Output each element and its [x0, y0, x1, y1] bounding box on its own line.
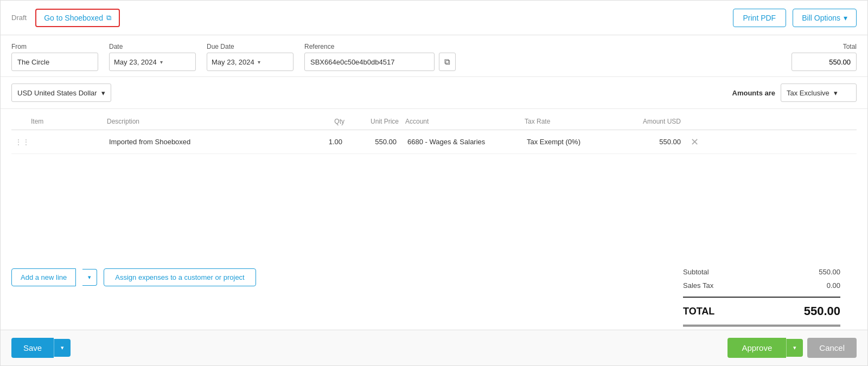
top-bar: Draft Go to Shoeboxed ⧉ Print PDF Bill O…: [1, 1, 867, 35]
bottom-actions: Approve ▾ Cancel: [727, 338, 857, 358]
due-date-chevron-icon: ▾: [258, 59, 260, 65]
col-unit-price-header: Unit Price: [348, 118, 402, 125]
currency-select[interactable]: USD United States Dollar ▾: [11, 84, 111, 102]
from-label: From: [11, 43, 98, 50]
remove-cell: ✕: [684, 136, 700, 148]
add-line-dropdown-icon: ▾: [88, 274, 91, 280]
amounts-are-label: Amounts are: [732, 89, 775, 97]
copy-icon: ⧉: [444, 57, 450, 67]
total-label: Total: [843, 43, 857, 50]
col-remove-header: [684, 118, 700, 125]
draft-label: Draft: [11, 14, 27, 22]
save-dropdown-icon: ▾: [61, 344, 64, 351]
add-line-dropdown-button[interactable]: ▾: [82, 269, 97, 286]
approve-dropdown-button[interactable]: ▾: [786, 339, 803, 357]
reference-input[interactable]: [304, 53, 435, 71]
date-picker[interactable]: May 23, 2024 ▾: [109, 53, 196, 71]
date-value: May 23, 2024: [114, 58, 157, 66]
col-account-header: Account: [402, 118, 521, 125]
subtotal-value: 550.00: [819, 268, 840, 276]
item-input[interactable]: [31, 136, 100, 148]
col-qty-header: Qty: [304, 118, 348, 125]
due-date-picker[interactable]: May 23, 2024 ▾: [207, 53, 293, 71]
amount-value: 550.00: [659, 138, 681, 146]
account-cell: [402, 136, 521, 148]
date-field: Date May 23, 2024 ▾: [109, 43, 196, 71]
totals-divider: [683, 297, 840, 298]
unit-price-cell: [348, 136, 402, 148]
col-description-header: Description: [104, 118, 304, 125]
table-header: Item Description Qty Unit Price Account …: [11, 113, 857, 130]
action-row: Add a new line ▾ Assign expenses to a cu…: [1, 261, 683, 294]
assign-expenses-button[interactable]: Assign expenses to a customer or project: [104, 268, 256, 286]
tax-rate-cell: [521, 136, 619, 148]
bottom-bar: Save ▾ Approve ▾ Cancel: [1, 330, 867, 365]
print-pdf-button[interactable]: Print PDF: [733, 9, 787, 27]
total-input[interactable]: [792, 53, 857, 71]
item-cell: [28, 136, 104, 148]
description-cell: [104, 136, 304, 148]
copy-reference-button[interactable]: ⧉: [439, 53, 456, 71]
qty-cell: [304, 136, 348, 148]
qty-input[interactable]: [308, 136, 344, 148]
remove-row-button[interactable]: ✕: [687, 136, 702, 148]
reference-row: ⧉: [304, 53, 456, 71]
sales-tax-value: 0.00: [827, 281, 840, 290]
add-new-line-button[interactable]: Add a new line: [11, 268, 76, 286]
approve-button[interactable]: Approve: [727, 338, 786, 358]
bill-options-button[interactable]: Bill Options ▾: [793, 9, 857, 27]
save-dropdown-button[interactable]: ▾: [54, 339, 71, 357]
subtotal-label: Subtotal: [683, 268, 731, 276]
due-date-field: Due Date May 23, 2024 ▾: [207, 43, 293, 71]
col-drag-header: [11, 118, 28, 125]
unit-price-input[interactable]: [351, 136, 399, 148]
tax-type-select[interactable]: Tax Exclusive ▾: [781, 84, 857, 102]
col-tax-rate-header: Tax Rate: [521, 118, 619, 125]
currency-row: USD United States Dollar ▾ Amounts are T…: [1, 77, 867, 109]
reference-field: Reference ⧉: [304, 43, 456, 71]
total-big-label: TOTAL: [683, 306, 714, 317]
date-chevron-icon: ▾: [160, 59, 163, 65]
save-button[interactable]: Save: [11, 338, 54, 358]
table-row: ⋮⋮ 550.00 ✕: [11, 130, 857, 154]
total-big-value: 550.00: [804, 304, 840, 318]
col-item-header: Item: [28, 118, 104, 125]
totals-double-divider: [683, 325, 840, 326]
line-items-section: Item Description Qty Unit Price Account …: [1, 109, 867, 261]
account-input[interactable]: [405, 136, 518, 148]
action-row-wrapper: Add a new line ▾ Assign expenses to a cu…: [1, 261, 867, 330]
amount-cell: 550.00: [619, 138, 684, 146]
go-to-shoeboxed-button[interactable]: Go to Shoeboxed ⧉: [35, 9, 120, 27]
description-input[interactable]: [107, 136, 301, 148]
total-big-row: TOTAL 550.00: [683, 301, 840, 322]
chevron-down-icon: ▾: [844, 14, 847, 22]
drag-handle-cell[interactable]: ⋮⋮: [11, 138, 28, 146]
external-link-icon: ⧉: [106, 14, 111, 22]
form-header: From Date May 23, 2024 ▾ Due Date May 23…: [1, 35, 867, 77]
bill-options-label: Bill Options: [802, 14, 840, 22]
due-date-value: May 23, 2024: [212, 58, 254, 66]
go-to-shoeboxed-label: Go to Shoeboxed: [44, 14, 103, 22]
cancel-button[interactable]: Cancel: [807, 338, 857, 358]
from-input[interactable]: [11, 53, 98, 71]
tax-rate-input[interactable]: [525, 136, 616, 148]
tax-type-chevron-icon: ▾: [834, 89, 838, 97]
total-field: Total: [792, 43, 857, 71]
sales-tax-row: Sales Tax 0.00: [683, 279, 840, 292]
sales-tax-label: Sales Tax: [683, 281, 735, 290]
tax-type-value: Tax Exclusive: [787, 89, 829, 97]
currency-chevron-icon: ▾: [101, 89, 105, 97]
due-date-label: Due Date: [207, 43, 293, 50]
totals-section: Subtotal 550.00 Sales Tax 0.00 TOTAL 550…: [683, 261, 867, 330]
currency-value: USD United States Dollar: [17, 89, 97, 97]
approve-dropdown-icon: ▾: [793, 344, 796, 351]
date-label: Date: [109, 43, 196, 50]
subtotal-row: Subtotal 550.00: [683, 265, 840, 279]
from-field: From: [11, 43, 98, 71]
reference-label: Reference: [304, 43, 456, 50]
page-wrapper: Draft Go to Shoeboxed ⧉ Print PDF Bill O…: [0, 0, 868, 366]
amounts-are-row: Amounts are Tax Exclusive ▾: [732, 84, 857, 102]
col-amount-header: Amount USD: [619, 118, 684, 125]
